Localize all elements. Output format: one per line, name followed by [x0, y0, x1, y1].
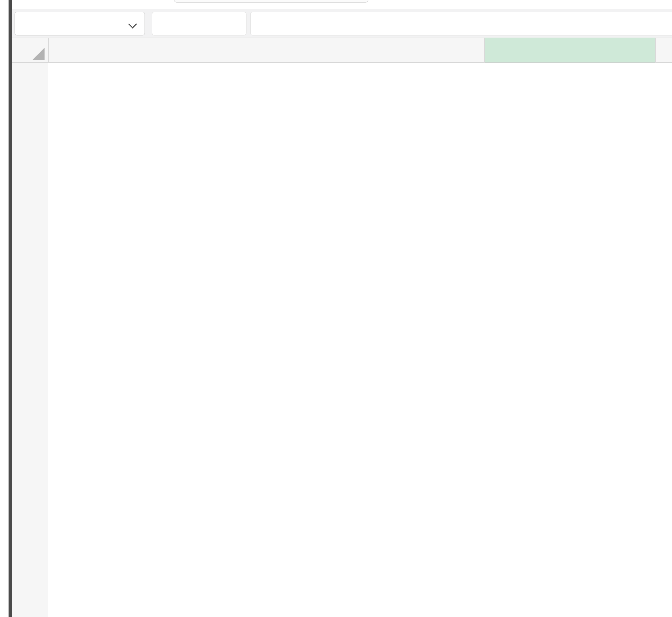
header-divider [655, 38, 656, 63]
column-header-a[interactable] [48, 38, 484, 62]
window-left-margin [0, 0, 9, 617]
formula-bar-input[interactable] [250, 12, 672, 35]
sheet-grid[interactable] [12, 63, 672, 617]
window-edge-bar [9, 0, 12, 617]
chevron-down-icon[interactable] [128, 20, 137, 28]
column-header-b[interactable] [484, 38, 655, 62]
row-header-column [12, 63, 48, 617]
ribbon-bottom-strip [12, 0, 672, 9]
name-box[interactable] [14, 12, 145, 35]
header-divider [48, 38, 49, 63]
formula-button-group [152, 12, 247, 35]
header-divider [484, 38, 485, 63]
ribbon-control-fragment [174, 0, 368, 3]
selected-column-underline [484, 61, 655, 63]
excel-window [0, 0, 672, 617]
